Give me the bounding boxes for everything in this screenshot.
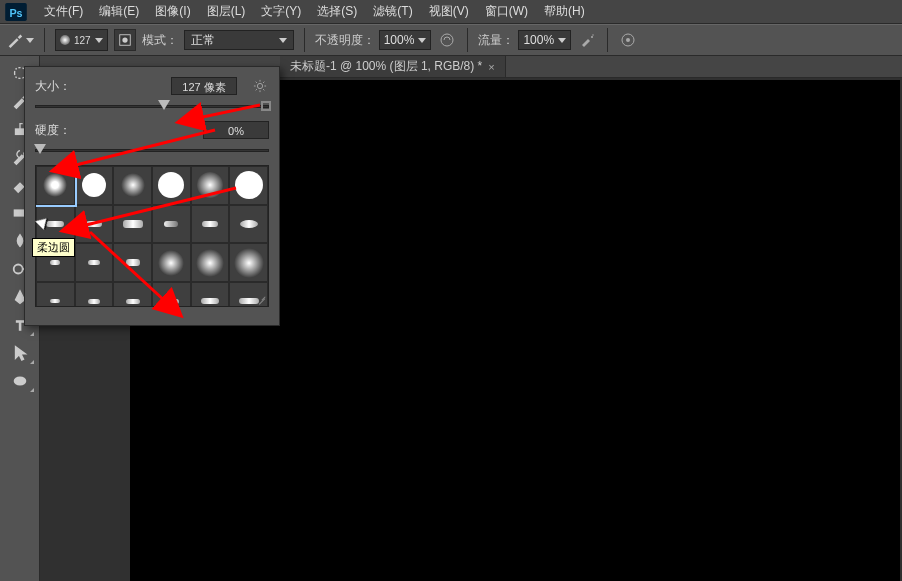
brush-swatch[interactable] — [113, 282, 152, 307]
brush-swatch[interactable] — [229, 205, 268, 244]
svg-rect-9 — [15, 129, 24, 134]
menu-file[interactable]: 文件(F) — [36, 3, 91, 20]
brush-swatch[interactable] — [113, 205, 152, 244]
opacity-label: 不透明度： — [315, 32, 375, 49]
brush-preset-grid: 25 50 — [35, 165, 269, 307]
brush-swatch[interactable] — [75, 166, 114, 205]
airbrush-icon[interactable] — [577, 30, 597, 50]
slider-end-icon — [261, 101, 271, 111]
svg-point-4 — [441, 34, 453, 46]
brush-preset-panel: 大小： 127 像素 硬度： 0% — [24, 66, 280, 326]
svg-point-14 — [13, 377, 26, 386]
close-icon[interactable]: × — [488, 61, 494, 73]
separator — [44, 28, 45, 52]
brush-swatch[interactable] — [113, 243, 152, 282]
hardness-input[interactable]: 0% — [203, 121, 269, 139]
menu-type[interactable]: 文字(Y) — [253, 3, 309, 20]
svg-line-20 — [256, 82, 257, 83]
document-tab[interactable]: 未标题-1 @ 100% (图层 1, RGB/8) * × — [280, 56, 506, 77]
svg-point-3 — [122, 37, 127, 42]
menu-bar: Ps 文件(F) 编辑(E) 图像(I) 图层(L) 文字(Y) 选择(S) 滤… — [0, 0, 902, 24]
chevron-down-icon — [418, 38, 426, 43]
brush-swatch[interactable] — [113, 166, 152, 205]
app-logo: Ps — [4, 3, 28, 21]
mode-label: 模式： — [142, 32, 178, 49]
svg-point-5 — [591, 36, 593, 38]
size-slider[interactable] — [35, 99, 269, 113]
menu-window[interactable]: 窗口(W) — [477, 3, 536, 20]
size-label: 大小： — [35, 78, 95, 95]
brush-swatch[interactable] — [36, 282, 75, 307]
brush-swatch[interactable] — [152, 205, 191, 244]
opacity-input[interactable]: 100% — [379, 30, 432, 50]
brush-panel-toggle[interactable] — [114, 29, 136, 51]
menu-edit[interactable]: 编辑(E) — [91, 3, 147, 20]
hardness-label: 硬度： — [35, 122, 95, 139]
brush-swatch[interactable] — [191, 205, 230, 244]
tool-preset-picker[interactable] — [6, 29, 34, 51]
brush-swatch[interactable] — [191, 166, 230, 205]
separator — [467, 28, 468, 52]
svg-point-6 — [592, 34, 593, 35]
brush-preset-picker[interactable]: 127 — [55, 29, 108, 51]
brush-swatch[interactable]: 25 — [152, 282, 191, 307]
menu-select[interactable]: 选择(S) — [309, 3, 365, 20]
chevron-down-icon — [26, 38, 34, 43]
separator — [304, 28, 305, 52]
path-select-tool[interactable] — [4, 340, 36, 366]
brush-swatch[interactable]: 50 — [191, 282, 230, 307]
blend-mode-select[interactable]: 正常 — [184, 30, 294, 50]
svg-line-22 — [256, 89, 257, 90]
slider-thumb[interactable] — [34, 144, 46, 156]
brush-swatch[interactable] — [191, 243, 230, 282]
chevron-down-icon — [558, 38, 566, 43]
brush-swatch[interactable] — [229, 166, 268, 205]
svg-text:Ps: Ps — [9, 6, 22, 18]
brush-swatch[interactable] — [75, 205, 114, 244]
menu-layer[interactable]: 图层(L) — [199, 3, 254, 20]
svg-point-12 — [13, 265, 22, 274]
size-input[interactable]: 127 像素 — [171, 77, 237, 95]
separator — [607, 28, 608, 52]
menu-help[interactable]: 帮助(H) — [536, 3, 593, 20]
brush-swatch[interactable] — [152, 243, 191, 282]
menu-view[interactable]: 视图(V) — [421, 3, 477, 20]
slider-track — [35, 149, 269, 152]
shape-tool[interactable] — [4, 368, 36, 394]
pressure-opacity-icon[interactable] — [437, 30, 457, 50]
flow-input[interactable]: 100% — [518, 30, 571, 50]
menu-filter[interactable]: 滤镜(T) — [365, 3, 420, 20]
options-bar: 127 模式： 正常 不透明度： 100% 流量： 100% — [0, 24, 902, 56]
brush-swatch[interactable] — [229, 243, 268, 282]
svg-point-15 — [257, 83, 262, 88]
svg-text:T: T — [16, 319, 24, 333]
brush-size-badge: 127 — [74, 35, 91, 46]
flow-value: 100% — [523, 33, 554, 47]
brush-preview-icon — [60, 35, 70, 45]
brush-swatch[interactable] — [36, 166, 75, 205]
brush-swatch[interactable] — [75, 282, 114, 307]
flow-label: 流量： — [478, 32, 514, 49]
brush-tooltip: 柔边圆 — [32, 238, 75, 257]
cursor-icon — [38, 216, 54, 236]
svg-point-8 — [626, 38, 630, 42]
svg-line-23 — [263, 82, 264, 83]
document-tab-title: 未标题-1 @ 100% (图层 1, RGB/8) * — [290, 58, 482, 75]
resize-handle-icon[interactable] — [256, 294, 266, 304]
hardness-slider[interactable] — [35, 143, 269, 157]
brush-swatch[interactable] — [75, 243, 114, 282]
svg-line-21 — [263, 89, 264, 90]
brush-swatch[interactable] — [152, 166, 191, 205]
chevron-down-icon — [95, 38, 103, 43]
chevron-down-icon — [279, 38, 287, 43]
menu-image[interactable]: 图像(I) — [147, 3, 198, 20]
pressure-size-icon[interactable] — [618, 30, 638, 50]
blend-mode-value: 正常 — [191, 32, 215, 49]
gear-icon[interactable] — [251, 77, 269, 95]
slider-track — [35, 105, 269, 108]
slider-thumb[interactable] — [158, 100, 170, 112]
opacity-value: 100% — [384, 33, 415, 47]
